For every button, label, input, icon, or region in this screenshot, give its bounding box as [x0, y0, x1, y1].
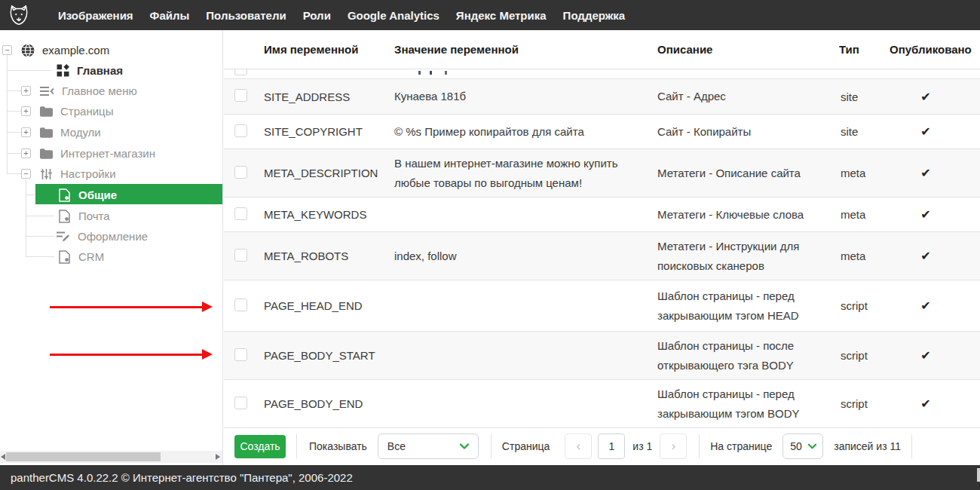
page-number-input[interactable]	[598, 433, 625, 459]
col-header-name[interactable]: Имя переменной	[264, 43, 394, 56]
tree-node-pages[interactable]: + Страницы	[0, 101, 113, 121]
variable-type: site	[839, 125, 890, 138]
row-checkbox[interactable]	[234, 397, 247, 409]
table-row[interactable]: PAGE_BODY_START Шаблон страницы - после …	[224, 332, 980, 380]
nav-item-google-analytics[interactable]: Google Analytics	[339, 0, 448, 30]
table-row[interactable]: SITE_ADDRESS Кунаева 181б Сайт - Адрес s…	[224, 79, 980, 115]
menu-collapse-icon	[40, 86, 54, 96]
variable-value: © %s Пример копирайтов для сайта	[394, 122, 657, 142]
next-page-button[interactable]: ›	[660, 433, 687, 459]
row-checkbox[interactable]	[234, 69, 247, 75]
records-count-label: записей из 11	[834, 440, 901, 452]
sliders-icon	[40, 168, 53, 180]
footer-edge-sliver	[977, 468, 980, 482]
globe-icon	[21, 44, 35, 57]
clipped-text-fragment	[445, 71, 447, 75]
tree-node-home[interactable]: Главная	[0, 60, 123, 81]
show-label: Показывать	[309, 440, 367, 452]
row-checkbox[interactable]	[234, 89, 247, 102]
file-gear-icon	[59, 210, 71, 223]
tree-node-label: Почта	[78, 210, 110, 222]
tree-node-label: Оформление	[78, 230, 148, 243]
show-select-value: Все	[387, 440, 406, 452]
variable-name: PAGE_HEAD_END	[264, 299, 394, 312]
chevron-down-icon	[808, 443, 816, 449]
scrollbar-thumb[interactable]	[6, 452, 161, 461]
page-of-label: из 1	[632, 440, 652, 452]
tree-node-label: CRM	[78, 250, 104, 263]
tree-node-label: Модули	[60, 126, 101, 139]
divider	[491, 434, 492, 458]
scroll-left-icon[interactable]	[1, 454, 5, 460]
red-arrow	[50, 354, 202, 356]
row-checkbox[interactable]	[234, 299, 247, 311]
scroll-right-icon[interactable]	[216, 454, 220, 460]
col-header-description[interactable]: Описание	[657, 43, 839, 56]
show-select[interactable]: Все	[378, 433, 479, 459]
col-header-value[interactable]: Значение переменной	[394, 43, 657, 56]
tree-node-label: Страницы	[60, 105, 113, 118]
chevron-down-icon	[460, 443, 469, 449]
table-row[interactable]: SITE_COPYRIGHT © %s Пример копирайтов дл…	[224, 115, 980, 149]
variable-description: Метатеги - Инструкции для поисковых скан…	[657, 237, 839, 276]
panthercms-app: Изображения Файлы Пользователи Роли Goog…	[0, 0, 980, 490]
create-button[interactable]: Создать	[234, 435, 286, 458]
collapse-toggle-icon[interactable]: −	[2, 45, 12, 55]
variable-description: Сайт - Адрес	[657, 87, 839, 106]
published-check-icon: ✔	[920, 299, 930, 313]
row-checkbox[interactable]	[234, 166, 247, 179]
pagination-bar: Создать Показывать Все Страница ‹ из 1 ›…	[224, 427, 980, 464]
tree-node-design[interactable]: Оформление	[0, 226, 148, 247]
table-row[interactable]: PAGE_BODY_END Шаблон страницы - перед за…	[224, 380, 980, 428]
per-page-select-value: 50	[790, 440, 802, 452]
nav-item-roles[interactable]: Роли	[295, 0, 339, 30]
row-checkbox[interactable]	[234, 207, 247, 220]
tree-node-main-menu[interactable]: + Главное меню	[0, 81, 137, 101]
expand-toggle-icon[interactable]: +	[21, 86, 31, 96]
row-checkbox[interactable]	[234, 124, 247, 137]
tree-node-shop[interactable]: + Интернет-магазин	[0, 143, 155, 164]
tree-node-general[interactable]: Общие	[0, 185, 117, 205]
table-row-clipped	[224, 69, 980, 79]
variable-description: Шаблон страницы - перед закрывающим тэго…	[657, 286, 839, 326]
sidebar-horizontal-scrollbar[interactable]	[0, 451, 222, 463]
tree-node-example-com[interactable]: − example.com	[0, 40, 109, 60]
per-page-select[interactable]: 50	[782, 433, 823, 459]
folder-icon	[40, 149, 53, 159]
tree-node-settings[interactable]: − Настройки	[0, 164, 116, 184]
row-checkbox[interactable]	[234, 249, 247, 262]
expand-toggle-icon[interactable]: +	[21, 127, 31, 137]
collapse-toggle-icon[interactable]: −	[21, 169, 31, 179]
row-checkbox[interactable]	[234, 348, 247, 361]
tree-node-label: Настройки	[60, 167, 116, 180]
col-header-published[interactable]: Опубликовано	[890, 43, 980, 56]
dashboard-icon	[57, 64, 69, 77]
red-arrow-head-icon	[202, 302, 213, 312]
panther-logo-icon[interactable]	[6, 2, 32, 28]
nav-item-files[interactable]: Файлы	[142, 0, 198, 30]
tree-node-mail[interactable]: Почта	[0, 206, 110, 226]
nav-item-images[interactable]: Изображения	[50, 0, 142, 30]
nav-item-yandex-metrika[interactable]: Яндекс Метрика	[448, 0, 555, 30]
prev-page-button[interactable]: ‹	[565, 433, 592, 459]
tree-node-crm[interactable]: CRM	[0, 247, 104, 267]
variable-type: meta	[839, 167, 890, 179]
table-row[interactable]: META_ROBOTS index, follow Метатеги - Инс…	[224, 232, 980, 280]
expand-toggle-icon[interactable]: +	[21, 106, 31, 116]
divider	[911, 434, 912, 458]
clipped-text-fragment	[430, 71, 432, 75]
table-row[interactable]: PAGE_HEAD_END Шаблон страницы - перед за…	[224, 280, 980, 332]
variable-type: script	[839, 299, 890, 312]
variable-type: script	[839, 397, 890, 410]
tree-node-modules[interactable]: + Модули	[0, 122, 101, 142]
tree-node-label: example.com	[42, 44, 109, 57]
table-row[interactable]: META_DESCRIPTION В нашем интернет-магази…	[224, 149, 980, 198]
published-check-icon: ✔	[920, 90, 930, 104]
nav-item-users[interactable]: Пользователи	[198, 0, 294, 30]
col-header-type[interactable]: Тип	[839, 43, 890, 56]
expand-toggle-icon[interactable]: +	[21, 149, 31, 158]
variable-description: Метатеги - Описание сайта	[657, 164, 839, 183]
variable-name: PAGE_BODY_START	[264, 349, 394, 362]
table-row[interactable]: META_KEYWORDS Метатеги - Ключевые слова …	[224, 198, 980, 232]
nav-item-support[interactable]: Поддержка	[555, 0, 634, 30]
